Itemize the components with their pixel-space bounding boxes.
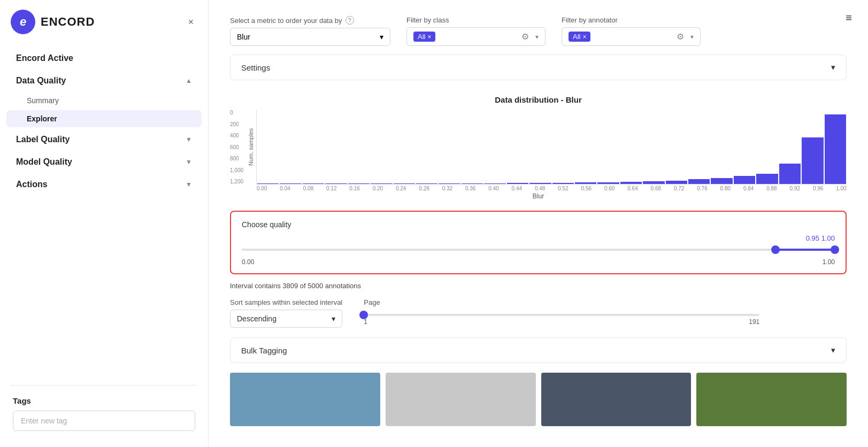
bulk-tagging-chevron-icon: ▾	[831, 345, 835, 355]
page-slider-thumb[interactable]	[359, 311, 368, 319]
chart-bars	[256, 110, 847, 184]
sidebar-item-model-quality[interactable]: Model Quality ▼	[0, 151, 208, 173]
close-button[interactable]: ×	[185, 16, 197, 28]
chart-bar-24	[802, 137, 823, 184]
quality-slider-right-thumb[interactable]	[831, 245, 839, 254]
page-slider-track	[364, 314, 759, 316]
filter-class-tag: All ×	[413, 32, 435, 42]
filter-class-select[interactable]: All × ⚙ ▾	[406, 27, 546, 46]
x-tick-20: 0.80	[720, 186, 731, 191]
sidebar-item-summary[interactable]: Summary	[0, 92, 208, 109]
quality-section: Choose quality 0.95 1.00 0.00 1.00	[230, 211, 847, 274]
x-tick-24: 0.96	[813, 186, 823, 191]
chart-bar-20	[711, 178, 732, 184]
chart-bar-17	[643, 181, 664, 184]
quality-label: Choose quality	[242, 220, 835, 229]
interval-info: Interval contains 3809 of 5000 annotatio…	[230, 282, 847, 290]
sort-select[interactable]: Descending ▾	[230, 310, 342, 328]
x-tick-4: 0.16	[349, 186, 359, 191]
sort-chevron-icon: ▾	[332, 314, 335, 323]
x-tick-1: 0.04	[280, 186, 290, 191]
sidebar-item-label-quality[interactable]: Label Quality ▼	[0, 128, 208, 151]
chart-bar-4	[348, 183, 370, 184]
metric-select[interactable]: Blur ▾	[230, 28, 390, 46]
x-tick-10: 0.40	[488, 186, 498, 191]
chart-bar-18	[666, 181, 687, 184]
data-quality-chevron: ▲	[186, 77, 192, 84]
quality-slider-fill	[775, 249, 835, 251]
image-thumb-3[interactable]	[541, 373, 692, 426]
quality-range-values: 0.95 1.00	[242, 234, 835, 242]
x-tick-11: 0.44	[512, 186, 522, 191]
chart-bar-19	[688, 179, 710, 184]
metric-help-icon[interactable]: ?	[345, 16, 354, 25]
chart-bar-25	[825, 114, 846, 184]
main-content: ≡ Select a metric to order your data by …	[209, 0, 868, 447]
logo-area: e ENCORD	[11, 10, 95, 34]
image-thumb-2[interactable]	[386, 373, 536, 426]
x-tick-22: 0.88	[766, 186, 777, 191]
x-tick-13: 0.52	[558, 186, 568, 191]
chart-bar-13	[552, 183, 574, 184]
chart-bar-12	[529, 183, 551, 184]
x-tick-6: 0.24	[396, 186, 406, 191]
chart-bar-11	[507, 183, 528, 184]
chart-bar-10	[484, 183, 505, 184]
filter-annotator-gear-icon[interactable]: ⚙	[677, 32, 684, 42]
quality-slider-track	[242, 249, 835, 251]
page-slider-wrap: 1 191	[364, 310, 759, 326]
filter-class-remove[interactable]: ×	[427, 33, 431, 41]
quality-slider-left-thumb[interactable]	[771, 245, 780, 254]
chart-bar-5	[371, 183, 392, 184]
chart-bar-6	[394, 183, 415, 184]
app-name: ENCORD	[41, 15, 95, 29]
x-tick-0: 0.00	[257, 186, 267, 191]
quality-slider-wrap	[242, 244, 835, 255]
sort-page-row: Sort samples within selected interval De…	[230, 298, 847, 328]
sidebar-item-actions[interactable]: Actions ▼	[0, 173, 208, 196]
filter-annotator-remove[interactable]: ×	[582, 33, 586, 41]
filter-annotator-select[interactable]: All × ⚙ ▾	[562, 27, 701, 46]
sidebar-divider	[11, 385, 197, 386]
x-tick-21: 0.84	[743, 186, 754, 191]
chart-bar-9	[462, 183, 483, 184]
sidebar-item-data-quality[interactable]: Data Quality ▲	[0, 70, 208, 92]
quality-slider-minmax: 0.00 1.00	[242, 258, 835, 266]
label-quality-chevron: ▼	[186, 136, 192, 143]
filter-class-gear-icon[interactable]: ⚙	[521, 32, 529, 42]
x-tick-7: 0.28	[419, 186, 429, 191]
model-quality-chevron: ▼	[186, 158, 192, 166]
x-tick-12: 0.48	[535, 186, 545, 191]
actions-chevron: ▼	[186, 181, 192, 188]
sidebar-item-encord-active[interactable]: Encord Active	[0, 47, 208, 70]
x-axis-labels: 0.000.040.080.120.160.200.240.280.320.36…	[257, 186, 847, 191]
tags-label: Tags	[13, 396, 195, 405]
metric-group: Select a metric to order your data by ? …	[230, 16, 390, 46]
chart-bar-2	[303, 183, 324, 184]
hamburger-menu[interactable]: ≡	[846, 12, 852, 24]
filter-class-group: Filter by class All × ⚙ ▾	[406, 16, 546, 46]
top-bar: Select a metric to order your data by ? …	[230, 16, 847, 46]
x-axis-title: Blur	[230, 192, 847, 200]
bulk-tagging-bar[interactable]: Bulk Tagging ▾	[230, 337, 847, 363]
sidebar-item-explorer[interactable]: Explorer	[6, 110, 202, 127]
tag-input[interactable]	[13, 411, 195, 431]
filter-annotator-group: Filter by annotator All × ⚙ ▾	[562, 16, 701, 46]
chart-bar-23	[779, 164, 801, 184]
filter-class-caret-icon: ▾	[535, 33, 539, 41]
chart-container: Data distribution - Blur 1,200 1,000 800…	[230, 90, 847, 200]
x-tick-3: 0.12	[326, 186, 336, 191]
sort-group: Sort samples within selected interval De…	[230, 298, 342, 328]
x-tick-16: 0.64	[627, 186, 637, 191]
x-tick-14: 0.56	[581, 186, 592, 191]
settings-bar[interactable]: Settings ▾	[230, 55, 847, 80]
y-axis-label: Num. samples	[248, 110, 254, 184]
x-tick-9: 0.36	[465, 186, 475, 191]
x-tick-5: 0.20	[373, 186, 383, 191]
x-tick-23: 0.92	[790, 186, 800, 191]
chart-bar-1	[280, 183, 301, 184]
image-thumb-1[interactable]	[230, 373, 380, 426]
chart-bar-3	[325, 183, 347, 184]
image-thumb-4[interactable]	[696, 373, 847, 426]
chart-bar-21	[734, 176, 755, 184]
